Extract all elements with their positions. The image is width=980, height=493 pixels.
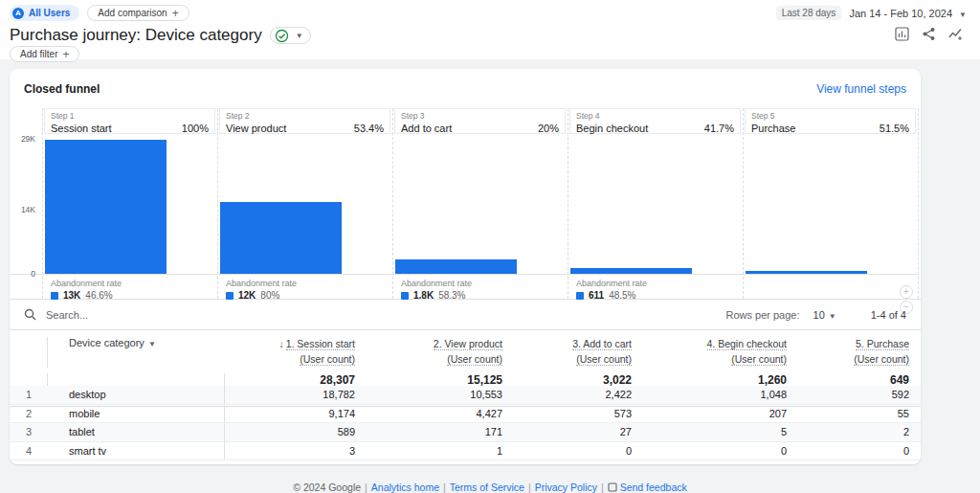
funnel-step-header[interactable]: Step 3 Add to cart20%	[394, 108, 566, 134]
chevron-down-icon: ▼	[296, 32, 303, 40]
y-tick-mid: 14K	[21, 205, 35, 214]
legend-swatch	[576, 292, 584, 300]
funnel-exploration-card: Closed funnel View funnel steps 29K 14K …	[10, 69, 921, 464]
total-value: 3,022	[502, 373, 632, 387]
search-input[interactable]	[46, 309, 725, 321]
segment-label: All Users	[29, 8, 70, 18]
customize-report-icon[interactable]	[895, 27, 909, 41]
funnel-chart: 29K 14K 0 Step 1 Session start100% Aband…	[10, 108, 921, 300]
legend-swatch	[226, 292, 234, 300]
share-icon[interactable]	[922, 27, 936, 41]
privacy-policy-link[interactable]: Privacy Policy	[535, 482, 597, 493]
step-completion: 53.4%	[354, 123, 384, 134]
funnel-bar[interactable]	[570, 268, 692, 274]
step-completion: 41.7%	[704, 123, 734, 134]
table-row[interactable]: 4 smart tv 3 1 0 0 0	[10, 442, 921, 461]
insights-icon[interactable]	[948, 27, 963, 41]
funnel-step-column: Step 1 Session start100% Abandonment rat…	[43, 108, 218, 299]
chevron-down-icon: ▼	[829, 312, 836, 321]
plus-icon: +	[172, 7, 179, 20]
sort-descending-icon: ↓	[278, 338, 283, 349]
date-range-selector[interactable]: Jan 14 - Feb 10, 2024 ▼	[849, 8, 967, 19]
funnel-bar[interactable]	[746, 271, 867, 274]
y-tick-zero: 0	[31, 269, 35, 279]
filter-row: Add filter +	[10, 46, 79, 62]
view-funnel-steps-link[interactable]: View funnel steps	[816, 82, 906, 96]
funnel-bar[interactable]	[220, 202, 342, 274]
page-title: Purchase journey: Device category	[10, 26, 262, 45]
column-header-begin-checkout[interactable]: 4. Begin checkout(User count)	[632, 337, 787, 368]
segment-chip-row: A All Users Add comparison +	[10, 5, 189, 21]
total-value: 649	[787, 373, 909, 387]
search-icon	[24, 308, 36, 321]
analytics-home-link[interactable]: Analytics home	[371, 482, 439, 493]
step-completion: 20%	[538, 123, 559, 134]
funnel-bar[interactable]	[395, 259, 517, 274]
terms-of-service-link[interactable]: Terms of Service	[450, 482, 524, 493]
chart-title: Closed funnel	[24, 82, 100, 96]
legend-swatch	[51, 292, 58, 300]
dimension-header[interactable]: Device category▼	[48, 337, 225, 368]
abandonment-block: Abandonment rate 61148.5%	[568, 275, 743, 299]
chevron-down-icon: ▼	[959, 11, 967, 19]
total-value: 28,307	[225, 373, 355, 387]
funnel-bar[interactable]	[45, 140, 167, 274]
all-users-segment-chip[interactable]: A All Users	[10, 5, 79, 21]
feedback-icon	[608, 482, 617, 492]
table-row[interactable]: 2 mobile 9,174 4,427 573 207 55	[10, 405, 921, 424]
date-range-row: Last 28 days Jan 14 - Feb 10, 2024 ▼	[776, 6, 967, 20]
send-feedback-link[interactable]: Send feedback	[620, 482, 687, 493]
total-value: 1,260	[632, 373, 787, 387]
funnel-step-column: Step 5 Purchase51.5% Abandonment rate	[744, 108, 919, 299]
segment-avatar: A	[12, 8, 24, 19]
dimension-value: mobile	[48, 405, 225, 423]
funnel-step-header[interactable]: Step 4 Begin checkout41.7%	[569, 108, 741, 134]
column-header-purchase[interactable]: 5. Purchase(User count)	[787, 337, 909, 368]
step-name: Begin checkout	[576, 123, 648, 134]
table-search-row: Rows per page: 10▼ 1-4 of 4	[10, 300, 921, 330]
add-filter-button[interactable]: Add filter +	[10, 46, 79, 62]
column-header-session-start[interactable]: ↓1. Session start(User count)	[225, 337, 355, 368]
chevron-down-icon: ▼	[148, 340, 156, 348]
check-circle-icon	[275, 29, 289, 43]
toolbar-icons	[895, 27, 963, 41]
abandonment-block: Abandonment rate 1.8K58.3%	[393, 275, 568, 299]
pagination-status: 1-4 of 4	[871, 309, 906, 321]
column-header-view-product[interactable]: 2. View product(User count)	[355, 337, 502, 368]
funnel-step-column: Step 4 Begin checkout41.7% Abandonment r…	[568, 108, 744, 299]
y-tick-max: 29K	[21, 134, 35, 144]
table-row[interactable]: 3 tablet 589 171 27 5 2	[10, 423, 921, 442]
total-value: 15,125	[355, 373, 502, 387]
dimension-value: smart tv	[48, 442, 225, 460]
date-preset-chip[interactable]: Last 28 days	[776, 6, 842, 20]
zoom-in-button[interactable]: +	[900, 285, 913, 299]
funnel-step-header[interactable]: Step 1 Session start100%	[44, 108, 215, 134]
y-axis: 29K 14K 0	[10, 138, 42, 275]
rows-per-page-label: Rows per page:	[725, 309, 799, 321]
step-name: View product	[226, 123, 286, 134]
abandonment-block: Abandonment rate 12K80%	[218, 275, 392, 299]
funnel-step-column: Step 3 Add to cart20% Abandonment rate 1…	[393, 108, 568, 299]
step-completion: 100%	[182, 123, 209, 134]
dimension-value: tablet	[48, 423, 225, 441]
report-status-dropdown[interactable]: ▼	[270, 27, 311, 44]
page-footer: © 2024 Google|Analytics home|Terms of Se…	[0, 482, 980, 493]
copyright: © 2024 Google	[293, 482, 361, 493]
add-comparison-label: Add comparison	[98, 8, 167, 18]
legend-swatch	[401, 292, 409, 300]
plus-icon: +	[62, 48, 69, 61]
column-header-add-to-cart[interactable]: 3. Add to cart(User count)	[502, 337, 632, 368]
dimension-value: desktop	[48, 386, 225, 404]
add-comparison-button[interactable]: Add comparison +	[87, 5, 189, 21]
table-row[interactable]: 1 desktop 18,782 10,553 2,422 1,048 592	[10, 386, 921, 405]
funnel-step-header[interactable]: Step 5 Purchase51.5%	[745, 108, 916, 134]
step-name: Add to cart	[401, 123, 452, 134]
step-completion: 51.5%	[880, 123, 909, 134]
table-body: 1 desktop 18,782 10,553 2,422 1,048 592 …	[10, 386, 921, 460]
step-name: Session start	[51, 123, 112, 134]
step-name: Purchase	[751, 123, 795, 134]
funnel-step-column: Step 2 View product53.4% Abandonment rat…	[218, 108, 393, 299]
funnel-step-header[interactable]: Step 2 View product53.4%	[219, 108, 390, 134]
add-filter-label: Add filter	[20, 49, 57, 59]
rows-per-page-select[interactable]: 10▼	[813, 309, 836, 321]
